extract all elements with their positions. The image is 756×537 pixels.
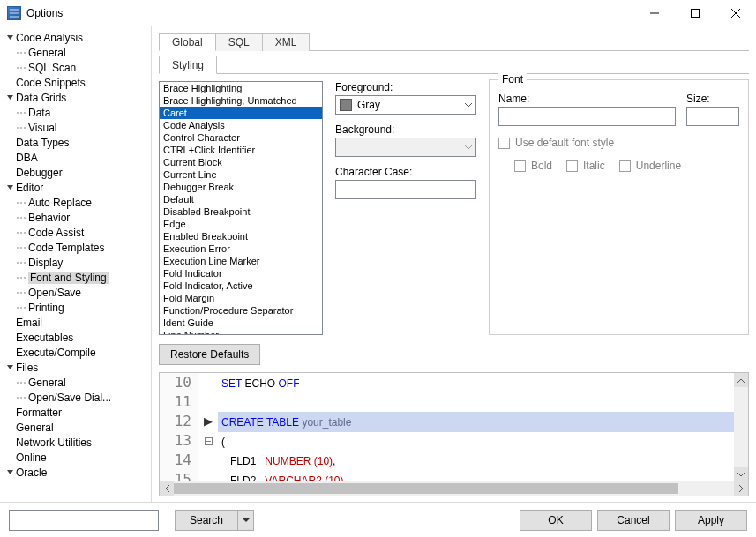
charcase-input[interactable] xyxy=(335,180,476,199)
tree-item[interactable]: ⋯Open/Save Dial... xyxy=(0,390,151,405)
ok-button[interactable]: OK xyxy=(520,510,592,531)
tree-item[interactable]: Execute/Compile xyxy=(0,345,151,360)
subtab-styling[interactable]: Styling xyxy=(159,56,217,74)
underline-checkbox[interactable]: Underline xyxy=(619,160,681,172)
tree-item[interactable]: ⋯Visual xyxy=(0,120,151,135)
style-list-item[interactable]: Code Analysis xyxy=(160,119,322,131)
style-list-item[interactable]: Fold Indicator xyxy=(160,267,322,280)
style-list-item[interactable]: Fold Margin xyxy=(160,292,322,304)
restore-defaults-button[interactable]: Restore Defaults xyxy=(159,344,260,365)
style-list-item[interactable]: Fold Indicator, Active xyxy=(160,280,322,292)
tree-item[interactable]: ⋯Printing xyxy=(0,300,151,315)
scroll-up-icon[interactable] xyxy=(734,373,748,387)
tree-item-label: Debugger xyxy=(16,167,63,179)
charcase-label: Character Case: xyxy=(335,166,476,178)
scroll-left-icon[interactable] xyxy=(160,481,174,496)
tree-item[interactable]: Oracle xyxy=(0,465,151,480)
scroll-down-icon[interactable] xyxy=(734,467,748,481)
style-list-item[interactable]: Edge xyxy=(160,218,322,230)
style-list-item[interactable]: Debugger Break xyxy=(160,181,322,193)
style-fields: Foreground: Gray Background: xyxy=(335,81,476,335)
horizontal-scrollbar[interactable] xyxy=(160,481,748,496)
style-list-item[interactable]: Disabled Breakpoint xyxy=(160,205,322,218)
leaf-dash-icon: ⋯ xyxy=(16,62,28,74)
tree-item[interactable]: ⋯Display xyxy=(0,255,151,270)
style-list-item[interactable]: CTRL+Click Identifier xyxy=(160,144,322,156)
tree-item[interactable]: ⋯Behavior xyxy=(0,210,151,225)
foreground-combo[interactable]: Gray xyxy=(335,95,476,115)
tree-item[interactable]: ⋯Code Assist xyxy=(0,225,151,240)
style-list-item[interactable]: Control Character xyxy=(160,131,322,144)
line-number: 12 xyxy=(160,412,198,431)
main-tabs: GlobalSQLXML xyxy=(159,32,749,51)
tree-item[interactable]: ⋯General xyxy=(0,375,151,390)
tree-item[interactable]: Executables xyxy=(0,330,151,345)
tree-item-label: Oracle xyxy=(16,466,47,479)
tree-item[interactable]: ⋯Code Templates xyxy=(0,240,151,255)
maximize-button[interactable] xyxy=(675,0,715,26)
tree-item-label: Code Analysis xyxy=(16,32,83,44)
tree-item[interactable]: Editor xyxy=(0,180,151,195)
bold-checkbox[interactable]: Bold xyxy=(514,160,552,172)
search-dropdown-button[interactable] xyxy=(238,510,254,531)
tree-item[interactable]: Code Analysis xyxy=(0,30,151,45)
tree-item[interactable]: Data Grids xyxy=(0,90,151,105)
tree-item[interactable]: Data Types xyxy=(0,135,151,150)
close-button[interactable] xyxy=(715,0,756,26)
cancel-button[interactable]: Cancel xyxy=(597,510,670,531)
font-name-input[interactable] xyxy=(498,107,676,126)
style-list-item[interactable]: Current Line xyxy=(160,168,322,181)
style-list-item[interactable]: Current Block xyxy=(160,156,322,168)
scrollbar-thumb[interactable] xyxy=(174,483,678,494)
vertical-scrollbar[interactable] xyxy=(734,373,748,481)
tree-item[interactable]: Network Utilities xyxy=(0,435,151,450)
style-list-item[interactable]: Ident Guide xyxy=(160,317,322,329)
chevron-down-icon xyxy=(460,138,475,156)
tab-xml[interactable]: XML xyxy=(262,33,311,51)
minimize-button[interactable] xyxy=(634,0,675,26)
leaf-dash-icon: ⋯ xyxy=(16,122,28,134)
style-list-item[interactable]: Brace Highlighting, Unmatched xyxy=(160,94,322,107)
app-icon xyxy=(7,6,21,20)
tree-item[interactable]: Files xyxy=(0,360,151,375)
tree-item[interactable]: ⋯Data xyxy=(0,105,151,120)
style-list-item[interactable]: Default xyxy=(160,193,322,205)
tree-item[interactable]: ⋯General xyxy=(0,45,151,60)
tree-item[interactable]: Email xyxy=(0,315,151,330)
tree-item-label: Files xyxy=(16,362,38,374)
style-list-item[interactable]: Execution Error xyxy=(160,242,322,255)
background-combo[interactable] xyxy=(335,138,476,157)
style-list-item[interactable]: Function/Procedure Separator xyxy=(160,304,322,317)
style-list-item[interactable]: Brace Highlighting xyxy=(160,82,322,94)
tree-item-label: Online xyxy=(16,451,47,464)
style-list-item[interactable]: Enabled Breakpoint xyxy=(160,230,322,242)
style-list-item[interactable]: Execution Line Marker xyxy=(160,255,322,267)
tree-item-label: Code Assist xyxy=(28,227,84,239)
font-size-input[interactable] xyxy=(686,107,739,126)
tree-item[interactable]: DBA xyxy=(0,150,151,165)
tree-item[interactable]: Code Snippets xyxy=(0,75,151,90)
tree-item[interactable]: ⋯Auto Replace xyxy=(0,195,151,210)
code-lines[interactable]: 10SET ECHO OFF1112▶CREATE TABLE your_tab… xyxy=(160,373,734,481)
tree-item[interactable]: Online xyxy=(0,450,151,465)
leaf-dash-icon: ⋯ xyxy=(16,107,28,119)
category-tree[interactable]: Code Analysis⋯General⋯SQL ScanCode Snipp… xyxy=(0,26,151,502)
use-default-font-checkbox[interactable]: Use default font style xyxy=(498,137,739,149)
tab-sql[interactable]: SQL xyxy=(215,33,263,51)
tab-global[interactable]: Global xyxy=(159,33,216,51)
apply-button[interactable]: Apply xyxy=(675,510,747,531)
tree-item[interactable]: Debugger xyxy=(0,165,151,180)
italic-checkbox[interactable]: Italic xyxy=(566,160,605,172)
style-list-item[interactable]: Line Number xyxy=(160,329,322,335)
chevron-down-icon xyxy=(4,183,16,193)
style-list-item[interactable]: Caret xyxy=(160,107,322,119)
style-listbox[interactable]: Brace HighlightingBrace Highlighting, Un… xyxy=(159,81,323,335)
scroll-right-icon[interactable] xyxy=(734,481,748,496)
search-input[interactable] xyxy=(9,510,159,531)
tree-item[interactable]: Formatter xyxy=(0,405,151,420)
tree-item[interactable]: ⋯Open/Save xyxy=(0,285,151,300)
search-button[interactable]: Search xyxy=(175,510,238,531)
tree-item[interactable]: ⋯SQL Scan xyxy=(0,60,151,75)
tree-item[interactable]: ⋯Font and Styling xyxy=(0,270,151,285)
tree-item[interactable]: General xyxy=(0,420,151,435)
